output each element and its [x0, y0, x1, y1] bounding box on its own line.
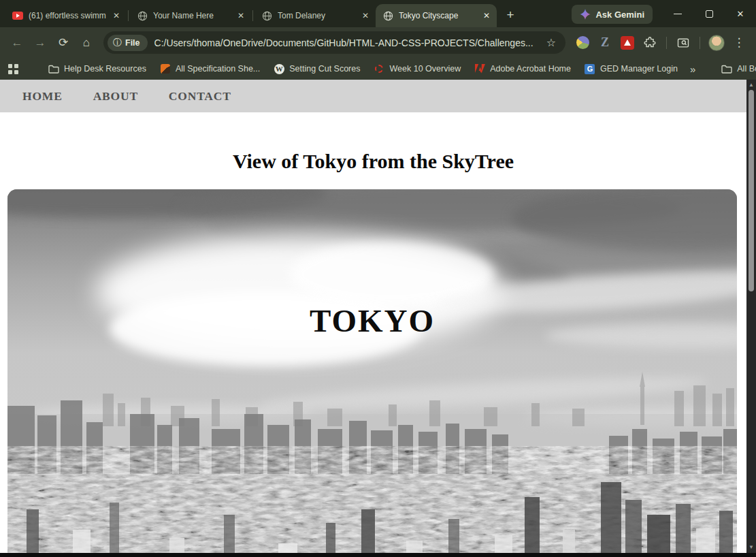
tab-title: (61) effortless swimmi [29, 11, 106, 20]
page-title: View of Tokyo from the SkyTree [0, 150, 746, 173]
browser-menu-kebab-icon[interactable]: ⋮ [729, 33, 749, 53]
spec-sheet-icon [160, 63, 171, 74]
bookmark-star-icon[interactable]: ☆ [541, 36, 561, 49]
close-window-button[interactable]: ✕ [725, 0, 756, 27]
tab-your-name-here[interactable]: Your Name Here ✕ [130, 4, 251, 27]
tokyo-cityscape-image: TOKYO [7, 189, 737, 553]
bookmark-label: Week 10 Overview [389, 64, 461, 74]
file-scheme-chip[interactable]: ⓘ File [108, 35, 148, 51]
tab-close-icon[interactable]: ✕ [236, 11, 246, 20]
folder-icon [721, 63, 732, 74]
zotero-extension-icon[interactable]: Z [595, 33, 615, 53]
all-bookmarks-button[interactable]: All Bookmarks [714, 61, 756, 77]
info-icon: ⓘ [113, 37, 122, 49]
address-bar[interactable]: ⓘ File C:/Users/thoma/OneDrive/Documents… [103, 31, 565, 54]
tab-title: Tokyo Cityscape [399, 11, 476, 20]
globe-icon [137, 10, 148, 21]
ask-gemini-button[interactable]: Ask Gemini [572, 5, 653, 24]
bottom-edge-strip [0, 553, 756, 557]
tab-close-icon[interactable]: ✕ [482, 11, 491, 20]
dashed-circle-icon [374, 63, 384, 74]
scroll-up-arrow[interactable]: ▲ [746, 80, 756, 89]
extensions-row: Z ⋮ [572, 33, 749, 53]
nav-link-contact[interactable]: CONTACT [169, 89, 231, 104]
minimize-button[interactable] [662, 0, 693, 27]
bookmarks-overflow-chevron[interactable]: » [690, 63, 695, 75]
tab-separator [252, 10, 253, 21]
minimize-icon [674, 14, 682, 14]
new-tab-button[interactable]: + [501, 5, 520, 25]
bookmark-label: GED Manager Login [600, 64, 678, 74]
bookmark-adobe-acrobat-home[interactable]: Adobe Acrobat Home [467, 61, 578, 77]
bookmarks-bar: Help Desk Resources All Specification Sh… [0, 58, 756, 80]
nav-link-about[interactable]: ABOUT [93, 89, 138, 104]
tab-tokyo-cityscape-active[interactable]: Tokyo Cityscape ✕ [376, 4, 497, 27]
tab-separator [128, 10, 129, 21]
bookmark-week-10-overview[interactable]: Week 10 Overview [367, 61, 467, 77]
gemini-star-icon [580, 9, 591, 20]
hero-title: TOKYO [7, 302, 737, 339]
tab-close-icon[interactable]: ✕ [361, 11, 370, 20]
page-viewport: HOME ABOUT CONTACT View of Tokyo from th… [0, 80, 746, 553]
wordpress-icon: W [274, 63, 284, 74]
scrollbar-thumb[interactable] [749, 90, 754, 291]
folder-icon [48, 63, 59, 74]
vertical-scrollbar[interactable]: ▲ ▼ [746, 80, 756, 553]
file-chip-label: File [125, 38, 140, 48]
forward-button[interactable]: → [30, 33, 50, 53]
scroll-down-arrow[interactable]: ▼ [746, 542, 756, 552]
bookmark-label: Help Desk Resources [64, 64, 146, 74]
side-panel-search-icon[interactable] [673, 33, 693, 53]
extension-colorful-icon[interactable] [572, 33, 593, 53]
tab-strip: (61) effortless swimmi ✕ Your Name Here … [0, 0, 756, 27]
ask-gemini-label: Ask Gemini [595, 10, 644, 20]
all-bookmarks-label: All Bookmarks [737, 64, 756, 74]
bookmark-label: Adobe Acrobat Home [490, 64, 571, 74]
bookmark-ged-manager-login[interactable]: G GED Manager Login [578, 61, 685, 77]
browser-toolbar: ← → ⟳ ⌂ ⓘ File C:/Users/thoma/OneDrive/D… [0, 27, 756, 58]
maximize-button[interactable] [693, 0, 725, 27]
youtube-icon [12, 10, 23, 21]
window-controls: ✕ [662, 0, 756, 27]
site-nav: HOME ABOUT CONTACT [0, 80, 746, 112]
back-button[interactable]: ← [7, 33, 27, 53]
bookmark-all-specification[interactable]: All Specification She... [153, 61, 267, 77]
tab-title: Your Name Here [153, 11, 231, 20]
bookmark-help-desk-resources[interactable]: Help Desk Resources [42, 61, 153, 77]
tab-title: Tom Delaney [278, 11, 355, 20]
adobe-icon [474, 63, 485, 74]
tab-tom-delaney[interactable]: Tom Delaney ✕ [254, 4, 376, 27]
bookmark-label: All Specification She... [176, 64, 260, 74]
cityscape-illustration [7, 189, 737, 553]
bookmark-setting-cut-scores[interactable]: W Setting Cut Scores [267, 61, 367, 77]
toolbar-divider [666, 37, 667, 49]
home-button[interactable]: ⌂ [76, 33, 97, 53]
toolbar-divider [700, 37, 700, 49]
bookmark-label: Setting Cut Scores [289, 64, 360, 74]
globe-icon [261, 10, 272, 21]
url-text[interactable]: C:/Users/thoma/OneDrive/Documents/GitHub… [154, 37, 541, 48]
tab-youtube[interactable]: (61) effortless swimmi ✕ [5, 4, 127, 27]
extensions-puzzle-icon[interactable] [640, 33, 660, 53]
nav-link-home[interactable]: HOME [22, 89, 63, 104]
maximize-icon [706, 10, 713, 18]
adobe-acrobat-extension-icon[interactable] [617, 33, 638, 53]
ged-icon: G [585, 63, 595, 74]
globe-icon [382, 10, 393, 21]
reload-button[interactable]: ⟳ [53, 33, 73, 53]
profile-avatar[interactable] [706, 33, 727, 53]
tab-close-icon[interactable]: ✕ [112, 11, 121, 20]
browser-window: (61) effortless swimmi ✕ Your Name Here … [0, 0, 756, 557]
apps-grid-icon[interactable] [8, 64, 18, 74]
